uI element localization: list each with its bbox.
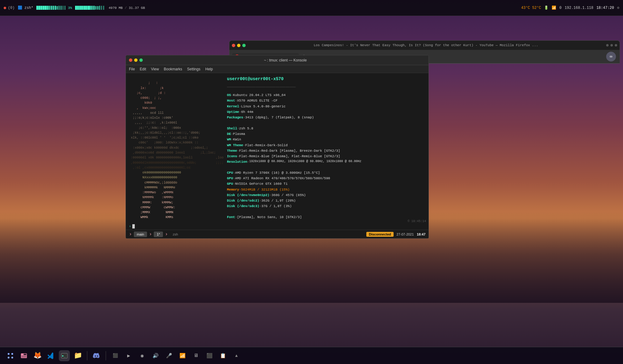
konsole-time: 18:47 [417,232,425,236]
konsole-minimize-dot[interactable] [134,58,138,62]
ff-win-dot1[interactable] [606,44,609,46]
ff-win-dot3[interactable] [615,44,617,46]
top-bar-right: 43°C 52°C 🔋 📶 0 192.168.1.118 18:47:20 ⚙ [521,6,619,10]
tab-arrow-main: › [129,232,132,237]
ff-win-dot2[interactable] [610,44,613,46]
svg-point-3 [11,357,13,358]
filemanager-taskbar-button[interactable]: 📁 [72,350,83,361]
tablet-taskbar-icon[interactable]: ⬛ [204,350,215,361]
disconnected-status: Disconnected [366,232,393,237]
prompt-arrow: › [129,225,131,228]
top-system-bar: (0) 🟦 zsh* ▉▉▉▉▉▊▋▋▋▋▌▍▍▎▎ 3% ▉▉▉▉▉▉▉▊▋▋… [0,0,623,16]
app-menu-button[interactable] [5,350,16,361]
konsole-tab-list: › main › 1* › zsh [129,232,181,237]
tab-arrow-zsh: › [165,232,168,237]
konsole-menubar: File Edit View Bookmarks Settings Help [126,65,429,73]
secondary-cpu-bar: ▉▉▉▉▉▉▉▊▋▋▌▌▍▎▎ [75,6,105,10]
konsole-close-dot[interactable] [129,58,132,62]
konsole-window-controls [129,58,143,62]
cursor-block [132,224,135,228]
tray-icon-1[interactable]: ⬛ [110,350,121,361]
taskbar: 🦊 ▶_ 📁 ⬛ ▶ ◉ 🔊 🎤 📶 🖥 ⬛ 📋 ▲ [0,347,623,364]
konsole-status-right: Disconnected 27-07-2021 18:47 [366,232,425,237]
tray-icon-2[interactable]: ▶ [123,350,134,361]
tmux-dot [4,7,6,9]
svg-point-1 [11,353,13,355]
konsole-tab-main[interactable]: main [134,232,147,237]
menu-bookmarks[interactable]: Bookmarks [164,67,182,71]
svg-point-0 [8,353,9,355]
svg-text:▶_: ▶_ [62,354,66,357]
ip-address-display: 192.168.1.118 [565,6,594,10]
konsole-maximize-dot[interactable] [139,58,143,62]
terminal-timestamp: © 18:45:14 [126,219,429,224]
mic-taskbar-icon[interactable]: 🎤 [164,350,175,361]
konsole-titlebar: ~ : tmux: client — Konsole [126,55,429,65]
menu-file[interactable]: File [129,67,135,71]
taskbar-separator-1 [87,351,87,360]
konsole-window: ~ : tmux: client — Konsole File Edit Vie… [126,55,429,239]
firefox-titlebar: Los Campesinos! - It's Never That Easy T… [229,41,620,50]
memory-indicator: 4970 MB / 31.37 GB [108,6,145,10]
temperature-display: 43°C 52°C [521,6,541,10]
konsole-statusbar: › main › 1* › zsh Disconnected 27-07-202… [126,230,429,238]
menu-view[interactable]: View [151,67,159,71]
firefox-taskbar-button[interactable]: 🦊 [32,350,43,361]
top-bar-left: (0) 🟦 zsh* ▉▉▉▉▉▊▋▋▋▋▌▍▍▎▎ 3% ▉▉▉▉▉▉▉▊▋▋… [4,6,521,10]
network-icon-top: 📶 [552,6,556,10]
discord-taskbar-button[interactable] [91,350,102,361]
firefox-minimize-dot[interactable] [237,44,240,47]
vscode-taskbar-button[interactable] [45,350,56,361]
clipboard-taskbar-icon[interactable]: 📋 [217,350,228,361]
battery-icon: 🔋 [544,6,549,10]
settings-icon-top[interactable]: ⚙ [617,6,619,10]
tray-icon-3[interactable]: ◉ [137,350,148,361]
notification-count: 0 [559,6,561,10]
volume-taskbar-icon[interactable]: 🔊 [150,350,161,361]
terminal-ascii-art: ; : lx: ;k ;c, ;d : c000; ; ;, k0k0 , kW… [126,73,224,219]
konsole-title-text: ~ : tmux: client — Konsole [145,58,425,62]
konsole-body: ; : lx: ;k ;c, ;d : c000; ; ;, k0k0 , kW… [126,73,429,219]
firefox-close-dot[interactable] [232,44,235,47]
files-taskbar-button[interactable] [18,350,29,361]
firefox-title: Los Campesinos! - It's Never That Easy T… [247,43,604,47]
konsole-date: 27-07-2021 [397,232,414,236]
cpu-usage-indicator: ▉▉▉▉▉▊▋▋▋▋▌▍▍▎▎ 3% [36,6,72,10]
menu-edit[interactable]: Edit [140,67,146,71]
terminal-sysinfo: userr00t@userr00t-x570 ─────────────────… [224,73,429,219]
konsole-tab-1[interactable]: 1* [154,232,163,237]
firefox-maximize-dot[interactable] [242,44,246,47]
menu-settings[interactable]: Settings [187,67,200,71]
tab-arrow-1: › [149,232,152,237]
konsole-tab-zsh[interactable]: zsh [170,232,181,237]
expand-tray-icon[interactable]: ▲ [231,350,242,361]
taskbar-separator-2 [106,351,106,360]
tmux-session-label: (0) [8,6,15,10]
clock-display: 18:47:20 [596,6,614,10]
network-taskbar-icon[interactable]: 📶 [177,350,188,361]
username-display: userr00t@userr00t-x570 [227,76,284,81]
tmux-indicator: (0) [4,6,15,10]
menu-help[interactable]: Help [205,67,213,71]
svg-rect-6 [21,355,27,358]
terminal-taskbar-button[interactable]: ▶_ [59,350,70,361]
tmux-window-label: 🟦 zsh* [18,6,33,10]
display-taskbar-icon[interactable]: 🖥 [191,350,202,361]
cpu-percent: 3% [68,6,72,10]
firefox-profile-icon[interactable]: ∞ [606,52,616,61]
svg-point-2 [8,357,9,358]
terminal-prompt-line[interactable]: › [126,224,429,230]
